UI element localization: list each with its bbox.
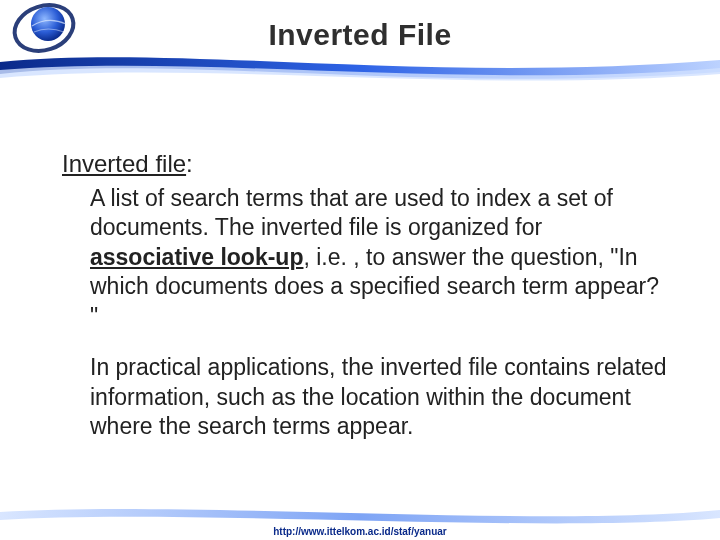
slide: Inverted File Inverted file: A list of s…	[0, 0, 720, 540]
paragraph-2: In practical applications, the inverted …	[90, 353, 672, 441]
footer-swoosh-icon	[0, 504, 720, 526]
slide-header: Inverted File	[0, 0, 720, 72]
footer-url: http://www.ittelkom.ac.id/staf/yanuar	[0, 526, 720, 537]
slide-footer: http://www.ittelkom.ac.id/staf/yanuar	[0, 510, 720, 540]
slide-title: Inverted File	[0, 18, 720, 52]
para1-bold: associative look-up	[90, 244, 303, 270]
heading-text: Inverted file	[62, 150, 186, 177]
slide-body: Inverted file: A list of search terms th…	[62, 150, 672, 442]
header-swoosh-icon	[0, 50, 720, 90]
section-heading: Inverted file:	[62, 150, 672, 178]
paragraph-1: A list of search terms that are used to …	[90, 184, 672, 331]
para1-a: A list of search terms that are used to …	[90, 185, 613, 240]
heading-suffix: :	[186, 150, 193, 177]
